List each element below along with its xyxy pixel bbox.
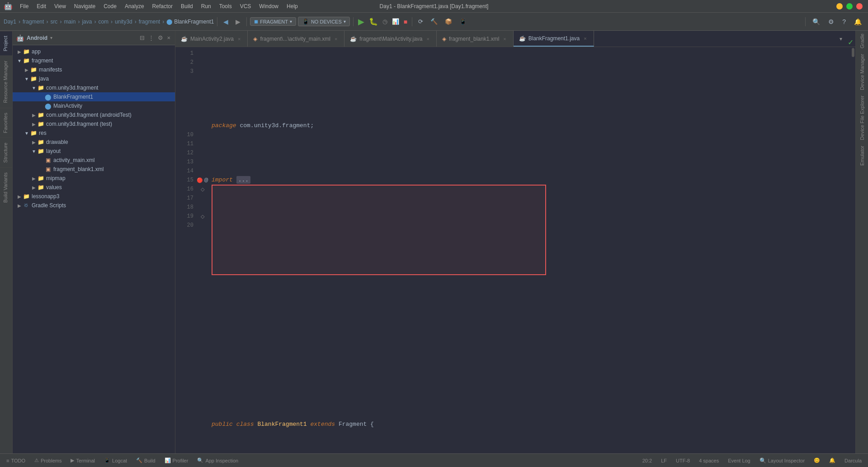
minimize-button[interactable]: – (836, 3, 843, 10)
tree-item-androidtest[interactable]: ▶ 📁 com.unity3d.fragment (androidTest) (13, 110, 175, 119)
tree-item-fragment-blank[interactable]: ▶ ▣ fragment_blank1.xml (13, 165, 175, 174)
tree-item-values[interactable]: ▶ 📁 values (13, 183, 175, 192)
menu-window[interactable]: Window (255, 2, 282, 10)
profiler-button[interactable]: 📊 Profiler (162, 457, 191, 464)
line-ending[interactable]: LF (658, 457, 670, 464)
project-tab[interactable]: Project (0, 31, 12, 56)
notifications-button[interactable]: 🔔 (851, 17, 864, 27)
tree-item-test[interactable]: ▶ 📁 com.unity3d.fragment (test) (13, 119, 175, 129)
tree-item-app[interactable]: ▶ 📁 app (13, 47, 175, 56)
menu-help[interactable]: Help (283, 2, 302, 10)
menu-code[interactable]: Code (100, 2, 120, 10)
device-manager-tab[interactable]: Device Manager (859, 51, 866, 93)
notifications-status[interactable]: 🔔 (826, 457, 838, 464)
emulator-tab[interactable]: Emulator (859, 143, 866, 168)
build-status-button[interactable]: 🔨 Build (133, 457, 158, 464)
breadcrumb-src[interactable]: src (50, 19, 57, 25)
settings-panel-button[interactable]: ⚙ (157, 33, 164, 42)
app-inspection-button[interactable]: 🔍 App Inspection (194, 457, 241, 464)
breadcrumb-fragment[interactable]: fragment (23, 19, 44, 25)
tree-item-mipmap[interactable]: ▶ 📁 mipmap (13, 174, 175, 183)
theme-label[interactable]: Darcula (842, 457, 864, 464)
menu-analyze[interactable]: Analyze (121, 2, 148, 10)
breakpoint-15[interactable]: 🔴 (197, 176, 203, 185)
search-everywhere-button[interactable]: 🔍 (810, 17, 823, 27)
collapse-all-button[interactable]: ⊟ (139, 33, 146, 42)
navigation-back-button[interactable]: ◀ (221, 17, 231, 27)
cursor-position[interactable]: 20:2 (640, 457, 655, 464)
breadcrumb-main[interactable]: main (64, 19, 75, 25)
help-button[interactable]: ? (840, 17, 849, 27)
layout-inspector-button[interactable]: 🔍 Layout Inspector (757, 457, 807, 465)
close-panel-button[interactable]: × (166, 33, 171, 42)
logcat-button[interactable]: 📱 Logcat (101, 457, 130, 464)
run-config-selector[interactable]: ◼ FRAGMENT ▾ (250, 17, 296, 26)
resource-manager-tab[interactable]: Resource Manager (0, 56, 12, 108)
tabs-more-button[interactable]: ▾ (836, 36, 846, 42)
tree-item-activity-main[interactable]: ▶ ▣ activity_main.xml (13, 156, 175, 165)
vertical-scrollbar[interactable] (851, 47, 855, 453)
breadcrumb-day1[interactable]: Day1 (4, 19, 16, 25)
menu-vcs[interactable]: VCS (236, 2, 255, 10)
tab-close-2[interactable]: × (333, 36, 339, 42)
menu-file[interactable]: File (16, 2, 32, 10)
tree-appearance-button[interactable]: ⋮ (147, 33, 155, 42)
tab-close-5[interactable]: × (582, 35, 588, 42)
favorites-tab[interactable]: Favorites (0, 108, 12, 138)
tab-mainactivity2[interactable]: ☕ MainActivity2.java × (175, 31, 248, 47)
tree-item-gradle-scripts[interactable]: ▶ ⛭ Gradle Scripts (13, 201, 175, 210)
device-file-explorer-tab[interactable]: Device File Explorer (859, 93, 866, 143)
tree-item-blankfragment1[interactable]: ▶ ⬤ BlankFragment1 (13, 92, 175, 101)
tree-item-layout[interactable]: ▼ 📁 layout (13, 147, 175, 156)
gradle-tab[interactable]: Gradle (859, 31, 866, 51)
tree-item-res[interactable]: ▼ 📁 res (13, 129, 175, 138)
device-selector[interactable]: 📱 NO DEVICES ▾ (298, 17, 350, 26)
menu-refactor[interactable]: Refactor (149, 2, 176, 10)
tab-close-1[interactable]: × (236, 36, 242, 42)
structure-tab[interactable]: Structure (0, 138, 12, 167)
debug-button[interactable]: 🐛 (368, 16, 379, 27)
tab-mainactivity-java[interactable]: ☕ fragment\MainActivity.java × (344, 31, 437, 47)
tree-item-lessonapp3[interactable]: ▶ 📁 lessonapp3 (13, 192, 175, 201)
maximize-button[interactable]: □ (846, 3, 853, 10)
stop-button[interactable]: ■ (402, 17, 409, 27)
profile-button[interactable]: 📊 (391, 17, 401, 26)
avd-manager-button[interactable]: 📱 (457, 17, 469, 26)
tree-item-fragment[interactable]: ▼ 📁 fragment (13, 56, 175, 65)
tab-blankfragment1[interactable]: ☕ BlankFragment1.java × (514, 31, 594, 47)
settings-button[interactable]: ⚙ (826, 17, 837, 27)
menu-tools[interactable]: Tools (216, 2, 236, 10)
build-button[interactable]: 🔨 (428, 17, 440, 26)
charset[interactable]: UTF-8 (673, 457, 693, 464)
tree-item-mainactivity[interactable]: ▶ ⬤ MainActivity (13, 101, 175, 110)
tree-item-java[interactable]: ▼ 📁 java (13, 74, 175, 83)
code-content[interactable]: package com.unity3d.fragment; import ...… (208, 47, 851, 453)
run-with-coverage-button[interactable]: ◷ (381, 17, 389, 26)
terminal-button[interactable]: ▶ Terminal (68, 457, 98, 464)
todo-button[interactable]: ≡ TODO (4, 457, 28, 464)
fold-marker-19[interactable]: ◇ (201, 212, 204, 221)
breadcrumb-fragment2[interactable]: fragment (139, 19, 160, 25)
tree-item-manifests[interactable]: ▶ 📁 manifests (13, 65, 175, 74)
tab-close-3[interactable]: × (425, 36, 430, 42)
problems-button[interactable]: ⚠ Problems (32, 457, 64, 464)
tab-activity-main-xml[interactable]: ◈ fragment\...\activity_main.xml × (248, 31, 344, 47)
sdk-manager-button[interactable]: 📦 (442, 17, 455, 26)
tab-close-4[interactable]: × (502, 36, 507, 42)
fold-marker-16[interactable]: ◇ (201, 185, 204, 194)
menu-run[interactable]: Run (198, 2, 215, 10)
menu-build[interactable]: Build (177, 2, 197, 10)
event-log-button[interactable]: Event Log (725, 457, 753, 464)
tree-item-com-unity3d[interactable]: ▼ 📁 com.unity3d.fragment (13, 83, 175, 92)
tree-item-drawable[interactable]: ▶ 📁 drawable (13, 138, 175, 147)
breadcrumb-unity3d[interactable]: unity3d (115, 19, 132, 25)
sync-button[interactable]: ⟳ (415, 17, 426, 26)
build-variants-tab[interactable]: Build Variants (0, 167, 12, 207)
breadcrumb-java[interactable]: java (82, 19, 92, 25)
menu-edit[interactable]: Edit (33, 2, 50, 10)
code-editor[interactable]: 1 2 3 10 11 12 13 14 15 16 17 18 19 (175, 47, 855, 453)
breadcrumb-com[interactable]: com (98, 19, 108, 25)
run-button[interactable]: ▶ (357, 15, 366, 28)
navigation-forward-button[interactable]: ▶ (233, 17, 243, 27)
project-dropdown-icon[interactable]: ▾ (50, 35, 52, 40)
